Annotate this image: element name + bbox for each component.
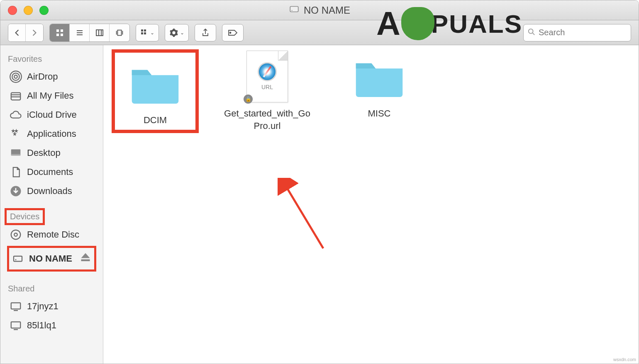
file-grid: DCIM URL 🔒 Get_started_with_GoPro.url MI…	[103, 45, 639, 364]
file-label: MISC	[368, 107, 391, 120]
sidebar-item-label: Applications	[27, 129, 76, 139]
sidebar-item-label: AirDrop	[27, 71, 58, 82]
svg-rect-16	[144, 29, 146, 32]
svg-rect-29	[11, 154, 21, 156]
file-item-getstarted[interactable]: URL 🔒 Get_started_with_GoPro.url	[224, 49, 311, 133]
svg-line-40	[286, 186, 323, 248]
sidebar-item-label: Documents	[27, 167, 73, 177]
sidebar-item-downloads[interactable]: Downloads	[0, 182, 103, 201]
list-view-button[interactable]	[70, 24, 90, 41]
finder-window: NO NAME ⌄ ⌄	[0, 0, 639, 364]
file-label: Get_started_with_GoPro.url	[224, 107, 311, 132]
sidebar-item-applications[interactable]: Applications	[0, 124, 103, 143]
file-label: DCIM	[144, 114, 167, 126]
close-window-button[interactable]	[8, 6, 17, 15]
back-button[interactable]	[8, 24, 26, 41]
chevron-down-icon: ⌄	[150, 30, 154, 36]
file-item-misc[interactable]: MISC	[336, 49, 423, 133]
sidebar-section-shared: Shared	[0, 281, 103, 297]
svg-rect-15	[141, 29, 143, 32]
sidebar-item-label: iCloud Drive	[27, 109, 77, 120]
svg-rect-18	[144, 32, 146, 34]
sidebar-item-label: Desktop	[27, 148, 61, 158]
sidebar-item-label: All My Files	[27, 90, 73, 101]
allfiles-icon	[10, 90, 22, 102]
lock-icon: 🔒	[244, 95, 253, 104]
tags-button[interactable]	[222, 24, 244, 41]
applications-icon	[10, 128, 22, 140]
svg-rect-25	[11, 93, 21, 100]
coverflow-view-button[interactable]	[110, 24, 129, 41]
action-button[interactable]: ⌄	[165, 24, 189, 41]
svg-rect-2	[56, 29, 59, 32]
column-view-button[interactable]	[90, 24, 110, 41]
view-switcher	[49, 24, 130, 42]
airdrop-icon	[10, 70, 22, 83]
file-item-dcim[interactable]: DCIM	[112, 49, 199, 133]
sidebar-item-shared-2[interactable]: 85l1lq1	[0, 316, 103, 335]
window-body: Favorites AirDrop All My Files iCloud Dr…	[0, 45, 639, 364]
documents-icon	[10, 166, 22, 178]
disc-icon	[10, 228, 22, 241]
chevron-down-icon: ⌄	[180, 30, 184, 36]
svg-point-32	[14, 233, 17, 236]
drive-icon	[289, 4, 300, 17]
svg-rect-9	[96, 30, 103, 36]
sidebar-item-label: 85l1lq1	[27, 320, 56, 331]
downloads-icon	[10, 185, 22, 197]
traffic-lights	[0, 6, 49, 15]
svg-rect-17	[141, 32, 143, 34]
svg-point-19	[230, 32, 231, 33]
sidebar-item-icloud[interactable]: iCloud Drive	[0, 105, 103, 124]
folder-icon	[344, 49, 415, 103]
sidebar-item-allmyfiles[interactable]: All My Files	[0, 86, 103, 105]
titlebar: NO NAME	[0, 0, 639, 20]
svg-rect-0	[290, 6, 298, 12]
url-file-icon: URL 🔒	[232, 49, 302, 103]
sidebar: Favorites AirDrop All My Files iCloud Dr…	[0, 45, 103, 364]
search-input-wrap[interactable]	[523, 24, 631, 41]
url-tag: URL	[261, 84, 273, 90]
search-input[interactable]	[539, 28, 627, 37]
sidebar-item-airdrop[interactable]: AirDrop	[0, 67, 103, 86]
sidebar-section-favorites: Favorites	[0, 51, 103, 67]
minimize-window-button[interactable]	[24, 6, 33, 15]
svg-rect-38	[11, 322, 21, 328]
sidebar-item-noname[interactable]: NO NAME	[7, 246, 96, 272]
sidebar-item-label: Remote Disc	[27, 229, 79, 240]
svg-rect-35	[81, 260, 90, 262]
arrange-button[interactable]: ⌄	[136, 24, 159, 41]
sidebar-section-devices: Devices	[5, 208, 45, 225]
drive-icon	[12, 252, 24, 265]
monitor-icon	[10, 319, 22, 332]
icon-view-button[interactable]	[50, 24, 70, 41]
svg-rect-12	[117, 30, 121, 35]
toolbar: ⌄ ⌄	[0, 20, 639, 45]
sidebar-item-desktop[interactable]: Desktop	[0, 143, 103, 163]
window-title-text: NO NAME	[304, 5, 350, 16]
window-title: NO NAME	[289, 4, 350, 17]
sidebar-item-documents[interactable]: Documents	[0, 163, 103, 182]
sidebar-item-remotedisc[interactable]: Remote Disc	[0, 225, 103, 244]
svg-rect-4	[56, 34, 59, 36]
eject-button[interactable]	[79, 251, 92, 266]
safari-icon	[258, 62, 277, 81]
svg-point-22	[14, 75, 17, 78]
sidebar-item-label: NO NAME	[29, 253, 72, 264]
watermark: wsxdn.com	[613, 357, 636, 362]
share-button[interactable]	[195, 24, 216, 41]
sidebar-item-label: 17jnyz1	[27, 301, 59, 312]
svg-rect-3	[61, 29, 63, 32]
sidebar-item-shared-1[interactable]: 17jnyz1	[0, 297, 103, 316]
svg-line-21	[533, 33, 535, 35]
icloud-icon	[10, 109, 22, 121]
forward-button[interactable]	[26, 24, 43, 41]
monitor-icon	[10, 300, 22, 313]
nav-group	[8, 24, 44, 42]
svg-rect-36	[11, 303, 21, 309]
maximize-window-button[interactable]	[39, 6, 49, 15]
sidebar-item-label: Downloads	[27, 186, 72, 197]
svg-point-20	[529, 29, 533, 33]
svg-rect-5	[61, 34, 63, 36]
desktop-icon	[10, 147, 22, 159]
